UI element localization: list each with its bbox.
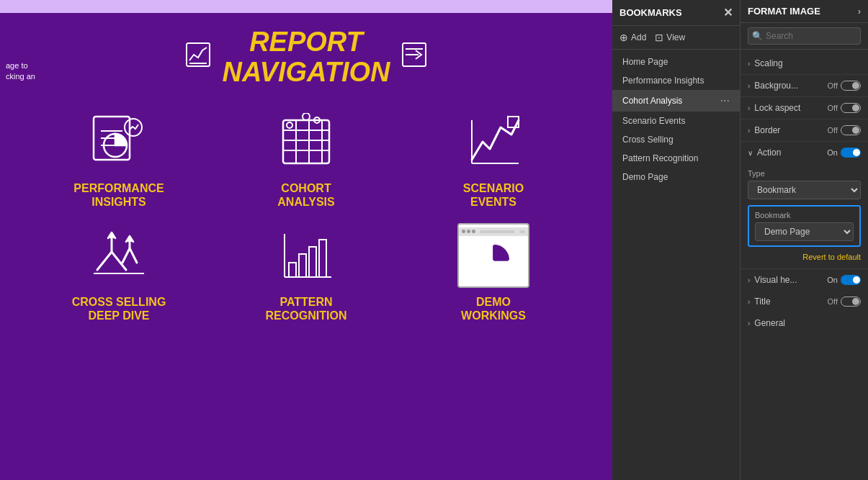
visual-header-section[interactable]: › Visual he... On: [741, 269, 868, 291]
scenario-events-icon: [457, 109, 529, 174]
general-label: General: [754, 318, 785, 328]
format-body: › Scaling › Backgrou... Off: [741, 50, 868, 480]
scaling-chevron: ›: [748, 60, 750, 68]
nav-item-cross-selling[interactable]: CROSS SELLING DEEP DIVE: [47, 223, 191, 322]
title-label: Title: [754, 296, 770, 307]
border-label: Border: [754, 125, 780, 135]
bookmarks-add-button[interactable]: ⊕ Add: [619, 32, 646, 43]
format-search-area: 🔍: [741, 23, 868, 50]
format-expand-icon[interactable]: ›: [858, 6, 861, 17]
nav-grid: PERFORMANCE INSIGHTS: [0, 88, 612, 323]
nav-item-pattern-recognition[interactable]: PATTERN RECOGNITION: [234, 223, 378, 322]
cohort-analysis-icon: [270, 109, 342, 174]
bookmarks-panel: BOOKMARKS ✕ ⊕ Add ⊡ View Home PagePerfor…: [612, 0, 741, 480]
visual-header-toggle[interactable]: [841, 275, 861, 285]
action-toggle[interactable]: [841, 148, 861, 158]
report-title-area: REPORT NAVIGATION: [0, 27, 612, 88]
demo-workings-label: DEMO WORKINGS: [461, 295, 526, 322]
border-state: Off: [828, 125, 861, 135]
background-label: Backgrou...: [754, 81, 798, 91]
visual-header-state: On: [827, 275, 861, 285]
title-toggle[interactable]: [841, 296, 861, 307]
bookmarks-title: BOOKMARKS: [619, 7, 682, 18]
report-title: REPORT NAVIGATION: [223, 27, 390, 88]
performance-insights-icon: [83, 109, 155, 174]
border-toggle[interactable]: [841, 125, 861, 135]
nav-item-cohort-analysis[interactable]: COHORT ANALYSIS: [234, 109, 378, 209]
format-search-input[interactable]: [748, 27, 861, 45]
bookmarks-list: Home PagePerformance InsightsCohort Anal…: [612, 50, 740, 480]
cohort-analysis-label: COHORT ANALYSIS: [277, 181, 334, 209]
bookmark-list-item[interactable]: Pattern Recognition: [612, 149, 740, 168]
format-image-title: FORMAT IMAGE: [748, 6, 820, 17]
title-chevron: ›: [748, 298, 750, 306]
background-state: Off: [828, 81, 861, 91]
bookmark-list-item[interactable]: Demo Page: [612, 168, 740, 186]
bookmark-list-item[interactable]: Cohort Analysis···: [612, 90, 740, 112]
svg-rect-31: [309, 247, 316, 277]
action-section-body: Type Bookmark Bookmark Home PagePerforma…: [741, 169, 868, 268]
bookmarks-actions: ⊕ Add ⊡ View: [612, 26, 740, 50]
format-image-panel: FORMAT IMAGE › 🔍 › Scaling: [741, 0, 868, 480]
bookmarks-close-button[interactable]: ✕: [723, 6, 733, 19]
title-section[interactable]: › Title Off: [741, 291, 868, 312]
scenario-events-label: SCENARIO EVENTS: [463, 181, 524, 209]
top-bar: [0, 0, 612, 13]
visual-header-chevron: ›: [748, 276, 750, 284]
type-select[interactable]: Bookmark: [748, 181, 861, 199]
lock-aspect-toggle[interactable]: [841, 103, 861, 113]
cross-selling-label: CROSS SELLING DEEP DIVE: [72, 295, 166, 322]
title-state: Off: [828, 296, 861, 307]
add-icon: ⊕: [619, 32, 628, 43]
border-header[interactable]: › Border Off: [741, 119, 868, 141]
bookmarks-header: BOOKMARKS ✕: [612, 0, 740, 26]
action-state: On: [827, 148, 861, 158]
view-icon: ⊡: [655, 32, 663, 43]
action-header[interactable]: ∨ Action On: [741, 142, 868, 163]
svg-rect-29: [289, 263, 296, 277]
nav-item-scenario-events[interactable]: SCENARIO EVENTS: [421, 109, 565, 209]
title-nav-icon: [401, 42, 427, 73]
cross-selling-icon: [83, 223, 155, 288]
title-chart-icon: [185, 42, 211, 73]
bookmark-list-item[interactable]: Home Page: [612, 53, 740, 71]
pattern-recognition-icon: [270, 223, 342, 288]
search-icon: 🔍: [752, 31, 763, 41]
revert-to-default-button[interactable]: Revert to default: [748, 253, 861, 261]
scaling-header[interactable]: › Scaling: [741, 53, 868, 74]
bookmarks-view-button[interactable]: ⊡ View: [655, 32, 685, 43]
background-toggle[interactable]: [841, 81, 861, 91]
general-chevron: ›: [748, 320, 750, 327]
bookmark-select-container: Bookmark Home PagePerformance InsightsCo…: [748, 205, 861, 247]
lock-aspect-chevron: ›: [748, 104, 750, 112]
svg-point-19: [303, 113, 310, 120]
visual-header-label: Visual he...: [754, 275, 797, 285]
lock-aspect-header[interactable]: › Lock aspect Off: [741, 97, 868, 119]
pattern-recognition-label: PATTERN RECOGNITION: [266, 295, 347, 322]
bookmark-list-item[interactable]: Scenario Events: [612, 112, 740, 130]
bookmark-list-item[interactable]: Performance Insights: [612, 71, 740, 90]
side-note: age to cking an: [0, 58, 41, 86]
svg-point-18: [287, 122, 292, 128]
performance-insights-label: PERFORMANCE INSIGHTS: [73, 181, 164, 209]
bookmark-label: Bookmark: [755, 211, 854, 219]
border-section: › Border Off: [741, 119, 868, 142]
svg-rect-32: [319, 240, 326, 277]
lock-aspect-label: Lock aspect: [754, 103, 800, 113]
type-label: Type: [748, 169, 861, 178]
action-label: Action: [757, 148, 781, 158]
demo-workings-icon: [457, 223, 529, 288]
bookmark-select[interactable]: Home PagePerformance InsightsCohort Anal…: [755, 222, 854, 241]
bookmark-list-item[interactable]: Cross Selling: [612, 130, 740, 149]
general-section[interactable]: › General: [741, 312, 868, 334]
nav-item-demo-workings[interactable]: DEMO WORKINGS: [421, 223, 565, 322]
background-header[interactable]: › Backgrou... Off: [741, 75, 868, 96]
lock-aspect-state: Off: [828, 103, 861, 113]
main-canvas: age to cking an REPORT NAVIGATION: [0, 0, 612, 480]
scaling-label: Scaling: [754, 58, 782, 68]
scaling-section: › Scaling: [741, 53, 868, 75]
nav-item-performance-insights[interactable]: PERFORMANCE INSIGHTS: [47, 109, 191, 209]
svg-rect-30: [299, 254, 306, 277]
action-chevron: ∨: [748, 149, 753, 157]
background-chevron: ›: [748, 82, 750, 90]
